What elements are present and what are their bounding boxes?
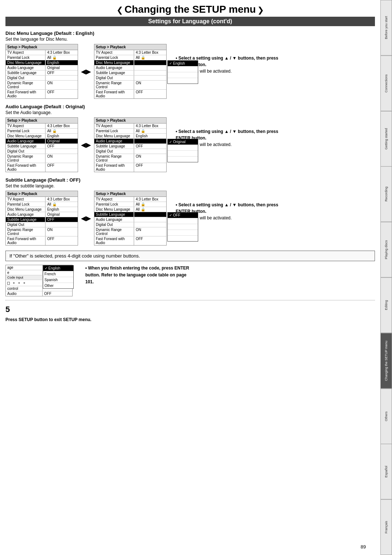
audio-heading: Audio Language (Default : Original) <box>5 104 375 109</box>
code-section: age ✓ English French Spanish Other e Cod… <box>5 265 375 296</box>
dropdown-option: ✓ OFF <box>168 212 198 218</box>
table-row: Digital Out <box>6 222 78 227</box>
sidebar-tab-espanol[interactable]: Español <box>380 444 392 499</box>
audio-table2: Setup > Playback TV Aspect4:3 Letter Box… <box>94 117 167 172</box>
disc-menu-layout: Setup > Playback TV Aspect4:3 Letter Box… <box>5 44 375 99</box>
footer-text: Press SETUP button to exit SETUP menu. <box>5 317 375 322</box>
dropdown-option: Other <box>168 236 198 241</box>
table-row: Audio Language <box>94 217 166 222</box>
disc-menu-table1: Setup > Playback TV Aspect4:3 Letter Box… <box>5 44 78 99</box>
arrow-right-2: ◀▶ <box>81 141 91 149</box>
disc-menu-table1-header: Setup > Playback <box>6 44 78 50</box>
dropdown-option: French <box>168 151 198 157</box>
disc-menu-section: Disc Menu Language (Default : English) S… <box>5 31 375 99</box>
audio-dropdown: ✓ Original English French Other <box>167 139 198 162</box>
footer-label: Press SETUP button to exit SETUP menu. <box>5 317 91 322</box>
table-row: Digital Out <box>94 222 166 227</box>
table-row: Disc Menu Language ✓ English French Span… <box>94 60 166 65</box>
table-row: Audio Language ✓ Original English French… <box>94 139 166 144</box>
dropdown-option: English <box>168 145 198 151</box>
subtitle-tables: Setup > Playback TV Aspect4:3 Letter Box… <box>5 191 167 246</box>
audio-tables: Setup > Playback TV Aspect4:3 Letter Box… <box>5 117 167 172</box>
table-row: Fast Forward with AudioOFF <box>6 236 78 245</box>
table-row: Dynamic Range ControlON <box>94 227 166 236</box>
subtitle-section: Subtitle Language (Default : OFF) Set th… <box>5 177 375 246</box>
audio-table2-container: Setup > Playback TV Aspect4:3 Letter Box… <box>94 117 167 172</box>
table-row: Fast Forward with AudioOFF <box>94 90 166 98</box>
title-arrow-left: ❮ <box>117 5 123 15</box>
sidebar-tab-recording[interactable]: Recording <box>380 166 392 222</box>
sidebar-tab-connections[interactable]: Connections <box>380 56 392 111</box>
code-dropdown: ✓ English French Spanish Other <box>43 265 74 289</box>
sidebar-tab-setup[interactable]: Changing the SETUP menu <box>380 333 392 389</box>
sidebar-tab-playing-discs[interactable]: Playing discs <box>380 222 392 278</box>
audio-table1: Setup > Playback TV Aspect4:3 Letter Box… <box>5 117 78 172</box>
table-row: Parental LockAll 🔒 <box>6 129 78 134</box>
table-row: Parental LockAll 🔒 <box>6 55 78 60</box>
disc-menu-desc: Set the language for Disc Menu. <box>5 37 375 42</box>
subtitle-desc: Set the subtitle language. <box>5 183 375 189</box>
table-row: Subtitle Language ✓ OFF English French S… <box>94 212 166 217</box>
disc-menu-heading: Disc Menu Language (Default : English) <box>5 31 375 36</box>
table-row: Disc Menu LanguageEnglish <box>94 134 166 139</box>
table-row: Parental LockAll 🔒 <box>94 55 166 60</box>
audio-desc: Set the Audio language. <box>5 110 375 115</box>
table-row: TV Aspect4:3 Letter Box <box>94 50 166 55</box>
disc-menu-table2-container: Setup > Playback TV Aspect4:3 Letter Box… <box>94 44 167 99</box>
dropdown-option: French <box>168 66 198 72</box>
subtitle-table2-container: Setup > Playback TV Aspect4:3 Letter Box… <box>94 191 167 246</box>
sidebar-tab-getting-started[interactable]: Getting started <box>380 111 392 167</box>
info-box: If "Other" is selected, press 4-digit co… <box>5 251 375 261</box>
dropdown-option: ✓ English <box>43 266 73 271</box>
page-title-container: ❮ Changing the SETUP menu ❯ <box>5 4 375 15</box>
dropdown-option: Spanish <box>43 277 73 283</box>
audio-section: Audio Language (Default : Original) Set … <box>5 104 375 172</box>
dropdown-option: ✓ English <box>168 61 198 66</box>
dropdown-option: English <box>168 218 198 224</box>
sidebar-tab-francais[interactable]: Français <box>380 499 392 555</box>
subtitle-layout: Setup > Playback TV Aspect4:3 Letter Box… <box>5 191 375 246</box>
table-row: Digital Out <box>94 76 166 81</box>
table-row: Audio LanguageOriginal <box>6 65 78 70</box>
subtitle-table2: Setup > Playback TV Aspect4:3 Letter Box… <box>94 191 167 246</box>
subtitle-heading: Subtitle Language (Default : OFF) <box>5 177 375 183</box>
dropdown-option: French <box>43 271 73 277</box>
table-row: TV Aspect4:3 Letter Box <box>6 197 78 202</box>
disc-menu-table2-header: Setup > Playback <box>94 44 166 50</box>
table-row: Disc Menu LanguageAll 🔒 <box>94 207 166 212</box>
sidebar-tab-editing[interactable]: Editing <box>380 278 392 333</box>
sidebar-tab-others[interactable]: Others <box>380 389 392 444</box>
disc-menu-tables: Setup > Playback TV Aspect4:3 Letter Box… <box>5 44 167 99</box>
arrow-right-3: ◀▶ <box>81 214 91 222</box>
table-row: TV Aspect4:3 Letter Box <box>94 123 166 129</box>
main-content: ❮ Changing the SETUP menu ❯ Settings for… <box>0 0 380 555</box>
table-row: Audio LanguageOriginal <box>6 139 78 144</box>
dropdown-option: Spanish <box>168 230 198 236</box>
table-row: Fast Forward with AudioOFF <box>6 163 78 172</box>
table-row: Parental LockAll 🔒 <box>6 202 78 207</box>
code-table-container: age ✓ English French Spanish Other e Cod… <box>5 265 73 296</box>
table-row: Dynamic Range ControlON <box>94 154 166 163</box>
table-row: Subtitle LanguageOFF <box>94 144 166 149</box>
dropdown-option: ✓ Original <box>168 139 198 145</box>
step-section: 5 <box>5 303 375 316</box>
table-row: Dynamic Range ControlON <box>6 227 78 236</box>
table-row: Fast Forward with AudioOFF <box>94 163 166 172</box>
table-row: Digital Out <box>6 76 78 81</box>
table-row: AudioOFF <box>6 291 72 296</box>
sidebar-tab-before-you-start[interactable]: Before you start <box>380 0 392 56</box>
code-instr-text: • When you finish entering the code, pre… <box>85 266 189 284</box>
table-row: Subtitle LanguageOFF <box>6 70 78 76</box>
disc-menu-dropdown: ✓ English French Spanish Other <box>167 60 198 84</box>
dropdown-option: French <box>168 224 198 230</box>
page-number: 89 <box>361 544 366 550</box>
table-row: Fast Forward with AudioOFF <box>94 236 166 245</box>
table-row: TV Aspect4:3 Letter Box <box>6 50 78 55</box>
disc-menu-table2: Setup > Playback TV Aspect4:3 Letter Box… <box>94 44 167 99</box>
table-row: Subtitle LanguageOFF <box>6 217 78 222</box>
table-row: Dynamic Range ControlON <box>94 81 166 90</box>
table-row: Fast Forward with AudioOFF <box>6 90 78 98</box>
dotted-separator <box>5 300 375 300</box>
table-row: Subtitle Language <box>94 70 166 76</box>
table-row: Disc Menu LanguageEnglish <box>6 60 78 65</box>
